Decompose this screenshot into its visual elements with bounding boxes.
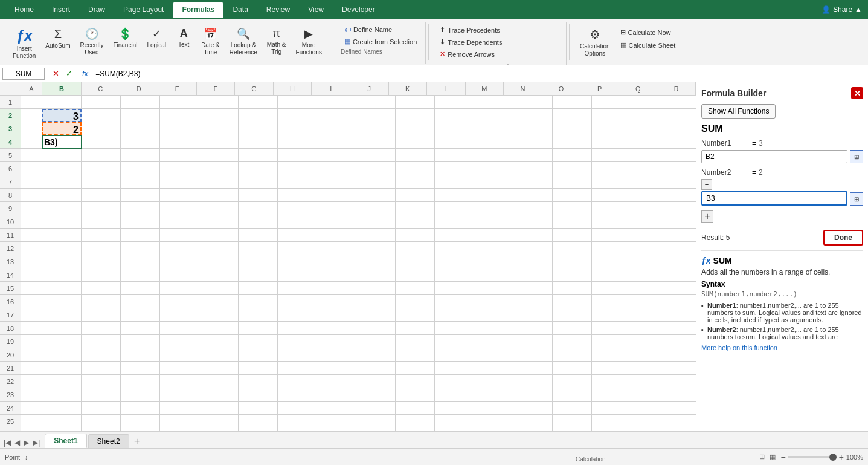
cell-d12[interactable]: [121, 242, 160, 255]
cell-n16[interactable]: [513, 295, 553, 308]
cell-a8[interactable]: [21, 189, 42, 202]
cell-f17[interactable]: [199, 308, 239, 322]
cell-a13[interactable]: [21, 255, 42, 268]
cell-f1[interactable]: [199, 96, 239, 109]
cell-a26[interactable]: [21, 428, 42, 431]
cell-f4[interactable]: [199, 135, 239, 149]
cell-l25[interactable]: [435, 415, 474, 428]
cell-k16[interactable]: [396, 295, 435, 308]
cell-f24[interactable]: [199, 402, 239, 415]
cell-k19[interactable]: [396, 335, 435, 348]
cell-b18[interactable]: [42, 322, 82, 335]
cell-g18[interactable]: [239, 322, 278, 335]
cell-f20[interactable]: [199, 348, 239, 362]
cell-n7[interactable]: [513, 175, 553, 189]
cell-q17[interactable]: [631, 308, 670, 322]
cell-r25[interactable]: [670, 415, 696, 428]
cell-n4[interactable]: [513, 135, 553, 149]
insert-function-button[interactable]: ƒx InsertFunction: [8, 24, 40, 63]
row-header-5[interactable]: 5: [0, 149, 21, 162]
cell-c7[interactable]: [82, 175, 121, 189]
cell-m15[interactable]: [474, 282, 513, 295]
cell-o5[interactable]: [553, 149, 592, 162]
cell-h23[interactable]: [278, 388, 317, 402]
cell-p7[interactable]: [592, 175, 631, 189]
cell-c26[interactable]: [82, 428, 121, 431]
cell-m21[interactable]: [474, 362, 513, 375]
cell-a17[interactable]: [21, 308, 42, 322]
cell-g9[interactable]: [239, 202, 278, 215]
row-header-23[interactable]: 23: [0, 388, 21, 402]
cell-g5[interactable]: [239, 149, 278, 162]
cell-g6[interactable]: [239, 162, 278, 175]
cell-j26[interactable]: [356, 428, 396, 431]
row-header-2[interactable]: 2: [0, 109, 21, 122]
cell-g11[interactable]: [239, 229, 278, 242]
cell-c11[interactable]: [82, 229, 121, 242]
cell-n19[interactable]: [513, 335, 553, 348]
col-header-f[interactable]: F: [197, 82, 236, 95]
cell-l12[interactable]: [435, 242, 474, 255]
cell-i20[interactable]: [317, 348, 356, 362]
cell-h1[interactable]: [278, 96, 317, 109]
cell-n1[interactable]: [513, 96, 553, 109]
cell-l24[interactable]: [435, 402, 474, 415]
cell-r16[interactable]: [670, 295, 696, 308]
cell-k14[interactable]: [396, 268, 435, 282]
cell-c9[interactable]: [82, 202, 121, 215]
cell-h12[interactable]: [278, 242, 317, 255]
cell-d16[interactable]: [121, 295, 160, 308]
number2-input[interactable]: [701, 191, 847, 206]
col-header-p[interactable]: P: [580, 82, 619, 95]
menu-tab-insert[interactable]: Insert: [43, 2, 79, 18]
cell-g26[interactable]: [239, 428, 278, 431]
cell-b15[interactable]: [42, 282, 82, 295]
cell-q9[interactable]: [631, 202, 670, 215]
cell-f5[interactable]: [199, 149, 239, 162]
cell-a4[interactable]: [21, 135, 42, 149]
col-header-r[interactable]: R: [657, 82, 696, 95]
cell-q8[interactable]: [631, 189, 670, 202]
financial-button[interactable]: 💲 Financial: [109, 24, 141, 52]
cell-c10[interactable]: [82, 215, 121, 229]
cell-k20[interactable]: [396, 348, 435, 362]
cell-c8[interactable]: [82, 189, 121, 202]
cell-e5[interactable]: [160, 149, 199, 162]
cell-r23[interactable]: [670, 388, 696, 402]
cell-e14[interactable]: [160, 268, 199, 282]
cell-d24[interactable]: [121, 402, 160, 415]
cell-m16[interactable]: [474, 295, 513, 308]
number2-grid-button[interactable]: ⊞: [850, 192, 863, 206]
col-header-n[interactable]: N: [504, 82, 542, 95]
cell-r19[interactable]: [670, 335, 696, 348]
cell-b19[interactable]: [42, 335, 82, 348]
cell-d7[interactable]: [121, 175, 160, 189]
cell-q20[interactable]: [631, 348, 670, 362]
cell-r1[interactable]: [670, 96, 696, 109]
cell-q1[interactable]: [631, 96, 670, 109]
cell-m11[interactable]: [474, 229, 513, 242]
cell-o2[interactable]: [553, 109, 592, 122]
cell-f25[interactable]: [199, 415, 239, 428]
cell-r18[interactable]: [670, 322, 696, 335]
cell-l10[interactable]: [435, 215, 474, 229]
col-header-k[interactable]: K: [389, 82, 428, 95]
cell-d4[interactable]: [121, 135, 160, 149]
cell-e11[interactable]: [160, 229, 199, 242]
cell-e10[interactable]: [160, 215, 199, 229]
cell-l13[interactable]: [435, 255, 474, 268]
cell-o3[interactable]: [553, 122, 592, 135]
cell-q4[interactable]: [631, 135, 670, 149]
cell-e4[interactable]: [160, 135, 199, 149]
cell-f23[interactable]: [199, 388, 239, 402]
cell-d17[interactable]: [121, 308, 160, 322]
cell-h10[interactable]: [278, 215, 317, 229]
cell-q3[interactable]: [631, 122, 670, 135]
cell-a14[interactable]: [21, 268, 42, 282]
row-header-24[interactable]: 24: [0, 402, 21, 415]
cell-o6[interactable]: [553, 162, 592, 175]
cell-b1[interactable]: [42, 96, 82, 109]
cell-m19[interactable]: [474, 335, 513, 348]
cell-e6[interactable]: [160, 162, 199, 175]
cell-q24[interactable]: [631, 402, 670, 415]
